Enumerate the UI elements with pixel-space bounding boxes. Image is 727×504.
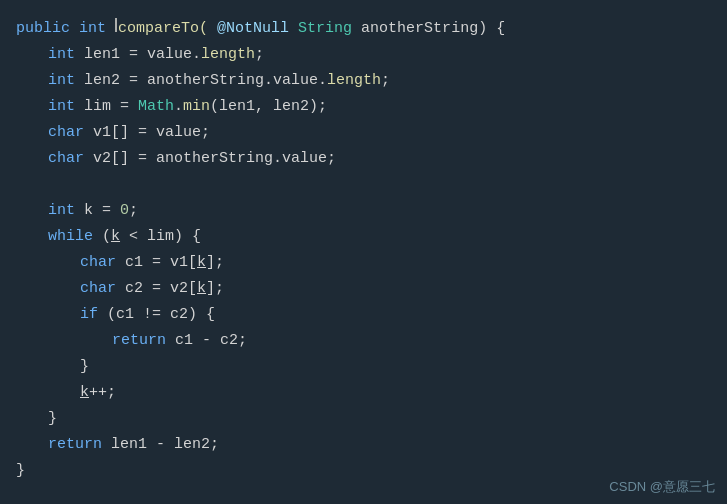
- space: [208, 17, 217, 41]
- param-rest: anotherString) {: [352, 17, 505, 41]
- type-string: String: [298, 17, 352, 41]
- code-line-13: return c1 - c2;: [0, 328, 727, 354]
- plain-16: ++;: [89, 381, 116, 405]
- watermark: CSDN @意愿三七: [609, 478, 715, 496]
- plain-1: len1 = value.: [75, 43, 201, 67]
- plain-15: c1 - c2;: [166, 329, 247, 353]
- brace-close-2: }: [48, 407, 57, 431]
- code-line-5: char v1[] = value;: [0, 120, 727, 146]
- code-line-17: return len1 - len2;: [0, 432, 727, 458]
- kw-int-1: int: [48, 43, 75, 67]
- num-0: 0: [120, 199, 129, 223]
- code-line-14: }: [0, 354, 727, 380]
- var-k-1: k: [111, 225, 120, 249]
- kw-int-2: int: [48, 69, 75, 93]
- method-min: min: [183, 95, 210, 119]
- plain-9: < lim) {: [120, 225, 201, 249]
- code-editor: public int compareTo( @NotNull String an…: [0, 0, 727, 504]
- code-line-3: int len2 = anotherString.value.length;: [0, 68, 727, 94]
- kw-int-4: int: [48, 199, 75, 223]
- plain-6: v2[] = anotherString.value;: [84, 147, 336, 171]
- kw-while: while: [48, 225, 93, 249]
- semi-2: ;: [381, 69, 390, 93]
- kw-int-3: int: [48, 95, 75, 119]
- class-math: Math: [138, 95, 174, 119]
- var-k-3: k: [197, 277, 206, 301]
- plain-10: c1 = v1[: [116, 251, 197, 275]
- kw-char-4: char: [80, 277, 116, 301]
- method-length-1: length: [201, 43, 255, 67]
- dot-1: .: [174, 95, 183, 119]
- code-line-16: }: [0, 406, 727, 432]
- kw-char-3: char: [80, 251, 116, 275]
- plain-3: lim =: [75, 95, 138, 119]
- keyword-public: public: [16, 17, 79, 41]
- space2: [289, 17, 298, 41]
- code-line-8: int k = 0;: [0, 198, 727, 224]
- keyword-int: int: [79, 17, 115, 41]
- code-line-11: char c2 = v2[k];: [0, 276, 727, 302]
- text-cursor: [115, 18, 117, 32]
- code-line-12: if (c1 != c2) {: [0, 302, 727, 328]
- code-line-9: while (k < lim) {: [0, 224, 727, 250]
- plain-14: (c1 != c2) {: [98, 303, 215, 327]
- plain-13: ];: [206, 277, 224, 301]
- method-name: compareTo(: [118, 17, 208, 41]
- code-line-2: int len1 = value.length;: [0, 42, 727, 68]
- brace-close-3: }: [16, 459, 25, 483]
- plain-8: (: [93, 225, 111, 249]
- semi-1: ;: [255, 43, 264, 67]
- code-line-4: int lim = Math.min(len1, len2);: [0, 94, 727, 120]
- var-k-4: k: [80, 381, 89, 405]
- plain-7: k =: [75, 199, 120, 223]
- plain-4: (len1, len2);: [210, 95, 327, 119]
- plain-12: c2 = v2[: [116, 277, 197, 301]
- plain-5: v1[] = value;: [84, 121, 210, 145]
- semi-3: ;: [129, 199, 138, 223]
- plain-17: len1 - len2;: [102, 433, 219, 457]
- brace-close-1: }: [80, 355, 89, 379]
- kw-return-2: return: [48, 433, 102, 457]
- code-line-15: k++;: [0, 380, 727, 406]
- kw-char-2: char: [48, 147, 84, 171]
- code-line-7: [0, 172, 727, 198]
- kw-return-1: return: [112, 329, 166, 353]
- kw-char-1: char: [48, 121, 84, 145]
- code-line-1: public int compareTo( @NotNull String an…: [0, 16, 727, 42]
- code-line-6: char v2[] = anotherString.value;: [0, 146, 727, 172]
- code-line-10: char c1 = v1[k];: [0, 250, 727, 276]
- kw-if: if: [80, 303, 98, 327]
- annotation: @NotNull: [217, 17, 289, 41]
- plain-2: len2 = anotherString.value.: [75, 69, 327, 93]
- var-k-2: k: [197, 251, 206, 275]
- method-length-2: length: [327, 69, 381, 93]
- plain-11: ];: [206, 251, 224, 275]
